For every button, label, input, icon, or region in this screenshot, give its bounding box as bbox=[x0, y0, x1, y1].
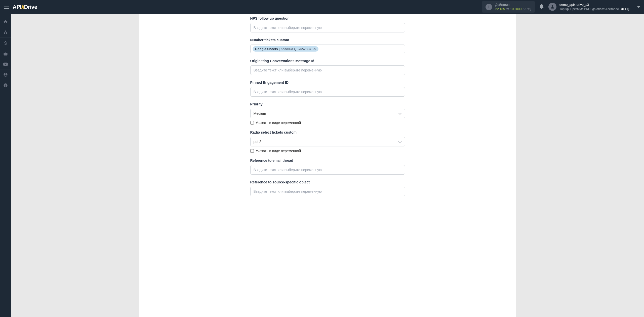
field-priority: Priority Medium Указать в виде переменно… bbox=[250, 102, 405, 125]
sidebar-help[interactable] bbox=[0, 80, 11, 90]
tag-source: Google Sheets bbox=[255, 47, 278, 51]
label-number-tickets: Number tickets custom bbox=[250, 38, 405, 42]
checkbox-label-priority[interactable]: Указать в виде переменной bbox=[256, 121, 301, 125]
logo-part-drive: Drive bbox=[24, 4, 37, 10]
field-ref-source: Reference to source-specific object bbox=[250, 180, 405, 196]
actions-total: 100'000 bbox=[510, 7, 522, 11]
actions-values: 22'135 из 100'000 (22%) bbox=[495, 7, 531, 11]
field-number-tickets: Number tickets custom Google Sheets | Ко… bbox=[250, 38, 405, 53]
main-container: NPS follow up question Number tickets cu… bbox=[11, 14, 644, 317]
field-ref-email: Reference to email thread bbox=[250, 158, 405, 175]
hamburger-icon bbox=[4, 5, 9, 9]
select-priority[interactable]: Medium bbox=[250, 109, 405, 118]
input-pinned-engagement[interactable] bbox=[250, 87, 405, 97]
user-icon bbox=[550, 4, 555, 9]
tag-divider: | bbox=[278, 47, 281, 51]
input-ref-source[interactable] bbox=[250, 187, 405, 196]
home-icon bbox=[3, 19, 8, 24]
user-tariff: Тариф |Премиум PRO| до оплаты осталось 3… bbox=[559, 7, 630, 11]
label-originating-msg: Originating Conversations Message Id bbox=[250, 59, 405, 63]
sidebar-home[interactable] bbox=[0, 16, 11, 27]
sidebar bbox=[0, 14, 11, 317]
checkbox-priority-variable[interactable] bbox=[250, 121, 254, 125]
select-radio-value: put 2 bbox=[254, 140, 261, 144]
input-number-tickets[interactable]: Google Sheets | Колонка Q: «55783» ✕ bbox=[250, 45, 405, 53]
tag-field: Колонка Q: bbox=[280, 47, 298, 51]
actions-counter[interactable]: i Действия: 22'135 из 100'000 (22%) bbox=[482, 1, 535, 13]
chevron-down-icon bbox=[637, 6, 640, 8]
tariff-prefix: Тариф |Премиум PRO| до оплаты осталось bbox=[559, 7, 621, 11]
label-ref-email: Reference to email thread bbox=[250, 158, 405, 163]
variable-tag[interactable]: Google Sheets | Колонка Q: «55783» ✕ bbox=[253, 46, 318, 52]
label-pinned-engagement: Pinned Engagement ID bbox=[250, 81, 405, 85]
sidebar-billing[interactable] bbox=[0, 37, 11, 48]
briefcase-icon bbox=[3, 52, 8, 56]
user-menu[interactable]: demo_apix-drive_s3 Тариф |Премиум PRO| д… bbox=[548, 3, 640, 11]
input-originating-msg[interactable] bbox=[250, 65, 405, 75]
label-radio-select: Radio select tickets custom bbox=[250, 130, 405, 134]
checkbox-row-priority: Указать в виде переменной bbox=[250, 121, 405, 125]
chevron-down-icon bbox=[398, 140, 402, 144]
select-priority-value: Medium bbox=[254, 111, 266, 115]
tag-remove-button[interactable]: ✕ bbox=[313, 47, 316, 51]
tariff-days: 311 bbox=[621, 7, 626, 11]
avatar bbox=[548, 3, 556, 11]
logo-part-api: API bbox=[13, 4, 21, 10]
tariff-suffix: дн bbox=[626, 7, 630, 11]
actions-count: 22'135 bbox=[495, 7, 505, 11]
dollar-icon bbox=[4, 41, 7, 45]
top-header: APIXDrive i Действия: 22'135 из 100'000 … bbox=[0, 0, 644, 14]
bell-icon bbox=[539, 4, 544, 9]
logo[interactable]: APIXDrive bbox=[13, 4, 37, 10]
sidebar-video[interactable] bbox=[0, 59, 11, 69]
label-priority: Priority bbox=[250, 102, 405, 106]
tag-value: «55783» bbox=[298, 47, 311, 51]
checkbox-label-radio[interactable]: Указать в виде переменной bbox=[256, 149, 301, 153]
header-right: i Действия: 22'135 из 100'000 (22%) demo… bbox=[482, 1, 640, 13]
select-radio-select[interactable]: put 2 bbox=[250, 137, 405, 146]
menu-toggle-button[interactable] bbox=[4, 4, 9, 10]
input-nps-followup[interactable] bbox=[250, 23, 405, 32]
youtube-icon bbox=[3, 62, 8, 66]
sidebar-briefcase[interactable] bbox=[0, 48, 11, 59]
checkbox-radio-variable[interactable] bbox=[250, 149, 254, 153]
sidebar-account[interactable] bbox=[0, 69, 11, 80]
user-info: demo_apix-drive_s3 Тариф |Премиум PRO| д… bbox=[559, 3, 630, 11]
form-container: NPS follow up question Number tickets cu… bbox=[250, 16, 405, 196]
actions-text: Действия: 22'135 из 100'000 (22%) bbox=[495, 3, 531, 11]
actions-label: Действия: bbox=[495, 3, 531, 7]
notifications-button[interactable] bbox=[539, 4, 544, 10]
label-ref-source: Reference to source-specific object bbox=[250, 180, 405, 184]
actions-iz: из bbox=[506, 7, 509, 11]
checkbox-row-radio: Указать в виде переменной bbox=[250, 149, 405, 153]
input-ref-email[interactable] bbox=[250, 165, 405, 175]
info-icon: i bbox=[486, 4, 492, 10]
field-nps-followup: NPS follow up question bbox=[250, 16, 405, 32]
field-radio-select: Radio select tickets custom put 2 Указат… bbox=[250, 130, 405, 153]
question-icon bbox=[3, 83, 8, 88]
label-nps-followup: NPS follow up question bbox=[250, 16, 405, 20]
field-pinned-engagement: Pinned Engagement ID bbox=[250, 81, 405, 97]
actions-percent: (22%) bbox=[522, 7, 531, 11]
sidebar-integrations[interactable] bbox=[0, 27, 11, 37]
user-circle-icon bbox=[3, 72, 8, 77]
user-name: demo_apix-drive_s3 bbox=[559, 3, 630, 7]
user-menu-chevron bbox=[637, 5, 640, 9]
field-originating-msg: Originating Conversations Message Id bbox=[250, 59, 405, 75]
chevron-down-icon bbox=[398, 111, 402, 115]
sitemap-icon bbox=[3, 30, 8, 35]
content-card: NPS follow up question Number tickets cu… bbox=[139, 14, 516, 317]
